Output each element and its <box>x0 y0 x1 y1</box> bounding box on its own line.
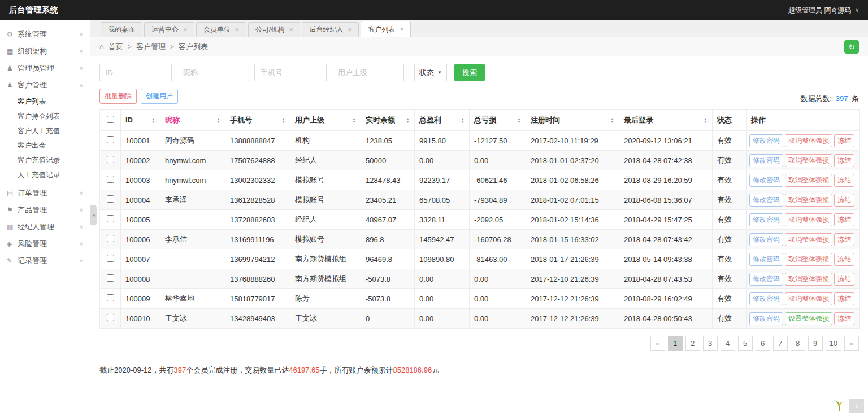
change-password-button[interactable]: 修改密码 <box>749 292 783 305</box>
sort-icon[interactable]: ▲▼ <box>704 117 708 123</box>
freeze-button[interactable]: 冻结 <box>834 273 854 286</box>
sidebar-subitem-4[interactable]: 客户充值记录 <box>0 153 90 168</box>
page-number-4[interactable]: 4 <box>721 336 735 351</box>
change-password-button[interactable]: 修改密码 <box>749 273 783 286</box>
change-password-button[interactable]: 修改密码 <box>749 312 783 325</box>
next-button[interactable]: › <box>849 399 864 413</box>
row-checkbox[interactable] <box>107 294 114 301</box>
cancel-overall-stoploss-button[interactable]: 取消整体强损 <box>785 253 832 266</box>
freeze-button[interactable]: 冻结 <box>834 213 854 226</box>
cancel-overall-stoploss-button[interactable]: 取消整体强损 <box>785 154 832 167</box>
page-number-8[interactable]: 8 <box>791 336 805 351</box>
column-header[interactable]: 最后登录▲▼ <box>619 110 713 131</box>
status-select[interactable]: 状态▼ <box>414 64 447 81</box>
row-checkbox[interactable] <box>107 274 114 282</box>
row-checkbox[interactable] <box>107 314 114 321</box>
sidebar-group-3[interactable]: ♟客户管理∧ <box>0 77 90 94</box>
search-button[interactable]: 搜索 <box>454 64 485 81</box>
filter-phone-input[interactable] <box>254 64 327 81</box>
column-header[interactable]: 用户上级▲▼ <box>290 110 361 131</box>
change-password-button[interactable]: 修改密码 <box>749 134 783 147</box>
sidebar-subitem-1[interactable]: 客户持仓列表 <box>0 109 90 124</box>
brand-logo[interactable] <box>831 399 846 413</box>
freeze-button[interactable]: 冻结 <box>834 194 854 207</box>
page-number-6[interactable]: 6 <box>756 336 770 351</box>
sidebar-group-4[interactable]: ▤订单管理∨ <box>0 185 90 202</box>
sidebar-subitem-5[interactable]: 人工充值记录 <box>0 168 90 182</box>
column-header[interactable]: 实时余额▲▼ <box>361 110 415 131</box>
tab-2[interactable]: 会员单位× <box>196 22 246 37</box>
filter-id-input[interactable] <box>99 64 172 81</box>
tab-close-icon[interactable]: × <box>348 27 351 33</box>
tab-3[interactable]: 公司/机构× <box>248 22 300 37</box>
breadcrumb-item-0[interactable]: 首页 <box>108 42 123 52</box>
sort-icon[interactable]: ▲▼ <box>352 117 356 123</box>
tab-close-icon[interactable]: × <box>183 27 187 33</box>
set-overall-stoploss-button[interactable]: 设置整体强损 <box>785 312 832 325</box>
page-number-5[interactable]: 5 <box>738 336 753 351</box>
sidebar-subitem-0[interactable]: 客户列表 <box>0 94 90 109</box>
column-header[interactable]: 注册时间▲▼ <box>526 110 619 131</box>
row-checkbox[interactable] <box>107 176 114 183</box>
sort-icon[interactable]: ▲▼ <box>610 117 614 123</box>
sort-icon[interactable]: ▲▼ <box>216 117 220 123</box>
row-checkbox[interactable] <box>107 235 114 242</box>
freeze-button[interactable]: 冻结 <box>834 253 854 266</box>
row-checkbox[interactable] <box>107 195 114 203</box>
sidebar-subitem-2[interactable]: 客户人工充值 <box>0 124 90 138</box>
cancel-overall-stoploss-button[interactable]: 取消整体强损 <box>785 292 832 305</box>
change-password-button[interactable]: 修改密码 <box>749 213 783 226</box>
sidebar-group-6[interactable]: ▥经纪人管理∨ <box>0 218 90 235</box>
change-password-button[interactable]: 修改密码 <box>749 174 783 187</box>
row-checkbox[interactable] <box>107 215 114 222</box>
sort-icon[interactable]: ▲▼ <box>517 117 521 123</box>
sort-icon[interactable]: ▲▼ <box>281 117 285 123</box>
cancel-overall-stoploss-button[interactable]: 取消整体强损 <box>785 134 832 147</box>
cancel-overall-stoploss-button[interactable]: 取消整体强损 <box>785 174 832 187</box>
tab-5[interactable]: 客户列表× <box>361 21 411 37</box>
column-header[interactable]: 总亏损▲▼ <box>470 110 526 131</box>
row-checkbox[interactable] <box>107 255 114 262</box>
page-prev[interactable]: « <box>650 336 665 351</box>
freeze-button[interactable]: 冻结 <box>834 174 854 187</box>
sidebar-group-7[interactable]: ◈风险管理∨ <box>0 235 90 252</box>
filter-nickname-input[interactable] <box>177 64 249 81</box>
page-number-9[interactable]: 9 <box>808 336 823 351</box>
freeze-button[interactable]: 冻结 <box>834 312 854 325</box>
sidebar-group-5[interactable]: ⚑产品管理∨ <box>0 202 90 218</box>
cancel-overall-stoploss-button[interactable]: 取消整体强损 <box>785 213 832 226</box>
tab-close-icon[interactable]: × <box>400 26 403 33</box>
column-header[interactable]: 总盈利▲▼ <box>415 110 470 131</box>
filter-parent-input[interactable] <box>332 64 404 81</box>
column-header[interactable]: ID▲▼ <box>121 110 160 131</box>
cancel-overall-stoploss-button[interactable]: 取消整体强损 <box>785 194 832 207</box>
select-all-checkbox[interactable] <box>107 116 114 123</box>
tab-0[interactable]: 我的桌面 <box>101 22 142 37</box>
sidebar-group-8[interactable]: ✎记录管理∨ <box>0 252 90 269</box>
change-password-button[interactable]: 修改密码 <box>749 154 783 167</box>
sidebar-group-1[interactable]: ▦组织架构∨ <box>0 43 90 60</box>
sidebar-group-0[interactable]: ⚙系统管理∨ <box>0 26 90 43</box>
cancel-overall-stoploss-button[interactable]: 取消整体强损 <box>785 233 832 246</box>
change-password-button[interactable]: 修改密码 <box>749 233 783 246</box>
sort-icon[interactable]: ▲▼ <box>406 117 410 123</box>
column-header[interactable]: 手机号▲▼ <box>225 110 290 131</box>
tab-4[interactable]: 后台经纪人× <box>302 22 359 37</box>
column-header[interactable]: 昵称▲▼ <box>160 110 225 131</box>
change-password-button[interactable]: 修改密码 <box>749 194 783 207</box>
page-number-2[interactable]: 2 <box>685 336 700 351</box>
user-menu[interactable]: 超级管理员 阿奇源码 ∨ <box>788 6 859 15</box>
breadcrumb-item-1[interactable]: 客户管理 <box>136 42 166 52</box>
page-next[interactable]: » <box>844 336 859 351</box>
batch-delete-button[interactable]: 批量删除 <box>99 89 137 104</box>
row-checkbox[interactable] <box>107 136 114 143</box>
freeze-button[interactable]: 冻结 <box>834 233 854 246</box>
change-password-button[interactable]: 修改密码 <box>749 253 783 266</box>
page-number-10[interactable]: 10 <box>826 336 841 351</box>
page-number-7[interactable]: 7 <box>773 336 788 351</box>
cancel-overall-stoploss-button[interactable]: 取消整体强损 <box>785 273 832 286</box>
freeze-button[interactable]: 冻结 <box>834 134 854 147</box>
sidebar-subitem-3[interactable]: 客户出金 <box>0 138 90 153</box>
create-user-button[interactable]: 创建用户 <box>141 89 178 104</box>
tab-close-icon[interactable]: × <box>289 27 293 33</box>
